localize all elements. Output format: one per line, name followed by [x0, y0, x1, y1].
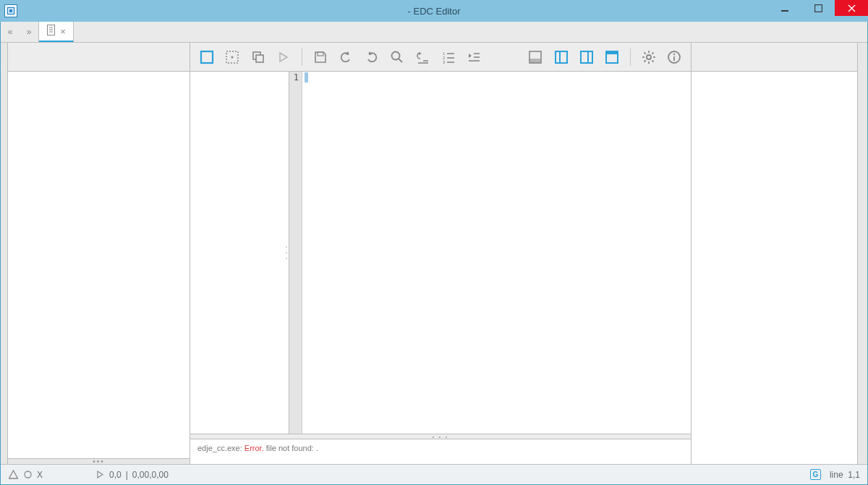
- maximize-button[interactable]: [801, 0, 835, 16]
- svg-rect-32: [581, 51, 592, 63]
- status-separator: |: [126, 470, 128, 480]
- center-column: 123 ••• 1 • • •: [190, 43, 691, 464]
- svg-rect-30: [556, 51, 567, 63]
- play-icon[interactable]: [274, 48, 292, 67]
- title-bar: - EDC Editor: [0, 0, 868, 22]
- console-source: edje_cc.exe:: [197, 444, 242, 452]
- nav-forward-button[interactable]: »: [20, 22, 38, 42]
- svg-point-46: [673, 53, 675, 54]
- window-title: - EDC Editor: [408, 6, 461, 17]
- svg-rect-4: [814, 4, 822, 12]
- horizontal-resize-handle[interactable]: • • •: [190, 434, 691, 439]
- preview-pane: •••: [190, 72, 289, 434]
- svg-rect-29: [529, 59, 541, 63]
- svg-line-42: [652, 60, 653, 62]
- status-error-mark: X: [37, 470, 43, 480]
- gear-icon[interactable]: [639, 48, 658, 67]
- app-icon: [4, 4, 17, 17]
- toolbar-separator: [630, 48, 631, 66]
- navigator-body: [8, 72, 190, 458]
- layout-bottom-icon[interactable]: [526, 48, 544, 67]
- layout-right-icon[interactable]: [577, 48, 595, 67]
- console-message: file not found: .: [266, 444, 318, 452]
- status-line-label: line: [830, 470, 843, 480]
- document-icon: [46, 25, 56, 38]
- indent-left-icon[interactable]: [414, 48, 432, 67]
- editor-gutter: 1: [289, 72, 302, 434]
- window-frame: « » × •••: [0, 22, 868, 485]
- dashed-square-icon[interactable]: [223, 48, 241, 67]
- svg-text:3: 3: [443, 60, 446, 64]
- layout-left-icon[interactable]: [552, 48, 570, 67]
- svg-rect-13: [256, 55, 263, 62]
- right-panel-body: [692, 72, 857, 464]
- svg-line-41: [644, 52, 645, 54]
- svg-point-15: [392, 51, 400, 59]
- redo-icon[interactable]: [362, 48, 380, 67]
- play-small-icon[interactable]: [95, 470, 105, 480]
- undo-icon[interactable]: [336, 48, 354, 67]
- svg-rect-2: [9, 9, 13, 13]
- line-numbers-icon[interactable]: 123: [439, 48, 457, 67]
- console-error-level: Error.: [244, 444, 264, 452]
- svg-rect-3: [781, 10, 788, 12]
- status-play-label: 0,0: [109, 470, 122, 480]
- navigator-header: [8, 43, 190, 72]
- navigator-panel: •••: [8, 43, 190, 464]
- code-editor[interactable]: 1: [289, 72, 691, 434]
- toolbar-separator: [302, 48, 302, 66]
- main-area: ••• 123: [1, 43, 867, 464]
- navigator-resize-handle[interactable]: •••: [8, 458, 190, 464]
- copy-icon[interactable]: [249, 48, 267, 67]
- status-line-position: 1,1: [848, 470, 860, 480]
- status-bar: X 0,0 | 0,00,0,00 G line 1,1: [1, 464, 867, 484]
- svg-point-36: [647, 55, 651, 59]
- left-edge: [1, 43, 8, 464]
- mode-badge[interactable]: G: [810, 469, 821, 480]
- right-panel: [691, 43, 857, 464]
- indent-right-icon[interactable]: [465, 48, 483, 67]
- svg-line-43: [644, 60, 645, 62]
- warning-icon[interactable]: [8, 470, 18, 480]
- tab-document[interactable]: ×: [39, 22, 74, 42]
- svg-rect-35: [606, 51, 618, 54]
- save-icon[interactable]: [311, 48, 329, 67]
- tab-close-icon[interactable]: ×: [60, 27, 66, 36]
- right-edge: [857, 43, 867, 464]
- svg-point-11: [231, 56, 234, 58]
- square-icon[interactable]: [197, 48, 216, 67]
- svg-line-16: [399, 59, 402, 62]
- svg-line-44: [652, 52, 653, 54]
- close-button[interactable]: [835, 0, 868, 16]
- right-panel-header: [692, 43, 857, 72]
- vertical-resize-handle[interactable]: •••: [284, 240, 289, 265]
- editor-text-area[interactable]: [302, 72, 691, 434]
- sync-icon[interactable]: [22, 470, 33, 480]
- nav-back-button[interactable]: «: [1, 22, 20, 42]
- console-panel: edje_cc.exe: Error. file not found: .: [190, 439, 691, 464]
- toolbar: 123: [190, 43, 691, 72]
- minimize-button[interactable]: [768, 0, 801, 16]
- svg-rect-9: [201, 51, 213, 63]
- editor-cursor: [305, 72, 308, 83]
- status-coordinates: 0,00,0,00: [132, 470, 169, 480]
- tab-strip: « » ×: [1, 22, 867, 43]
- layout-full-icon[interactable]: [603, 48, 621, 67]
- info-icon[interactable]: [665, 48, 684, 67]
- search-icon[interactable]: [388, 48, 406, 67]
